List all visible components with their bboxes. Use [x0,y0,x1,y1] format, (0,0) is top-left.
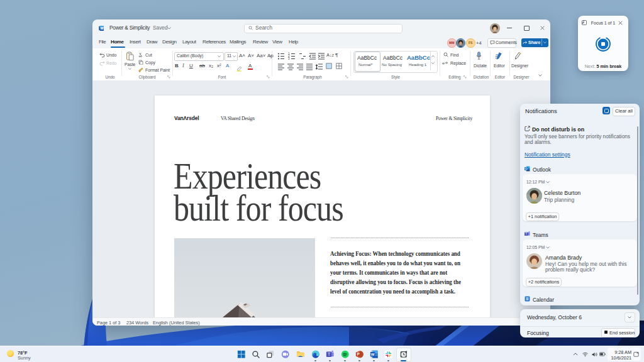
svg-text:W: W [370,353,374,356]
svg-text:P: P [357,351,359,356]
svg-text:T: T [327,352,330,356]
svg-text:T: T [525,232,527,235]
svg-text:W: W [101,27,104,30]
svg-text:3: 3 [288,57,290,60]
